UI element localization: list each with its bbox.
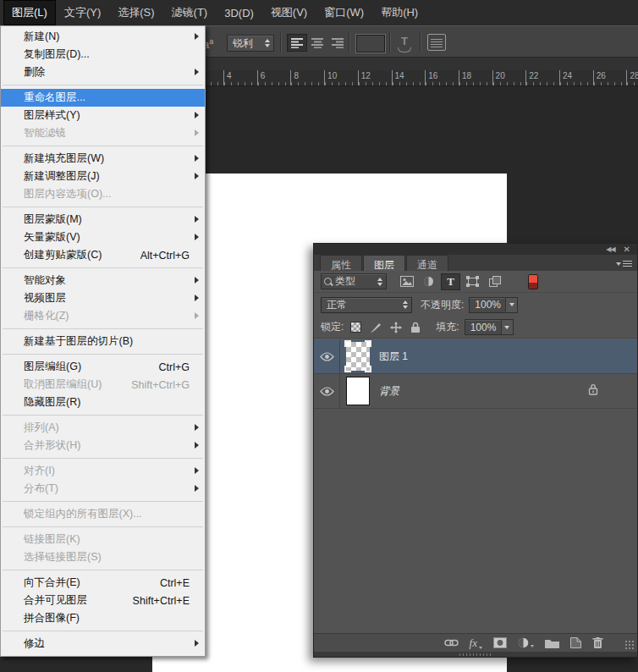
menu-item-label: 智能滤镜 — [24, 126, 66, 140]
text-color-swatch[interactable] — [356, 35, 385, 52]
submenu-arrow-icon — [195, 112, 199, 118]
menubar-item-3[interactable]: 滤镜(T) — [163, 0, 217, 25]
layer-menu-item-22[interactable]: 图层编组(G)Ctrl+G — [1, 358, 205, 376]
filter-type-select[interactable]: 类型 — [321, 273, 387, 289]
align-center-button[interactable] — [307, 34, 327, 52]
ruler-label: 6 — [261, 71, 266, 80]
layer-menu-item-29[interactable]: 对齐(I) — [1, 462, 205, 480]
layer-menu-item-8[interactable]: 新建填充图层(W) — [1, 150, 205, 168]
menubar-item-1[interactable]: 文字(Y) — [56, 0, 109, 25]
fill-select[interactable]: 100% — [465, 319, 514, 335]
panel-tab-2[interactable]: 通道 — [406, 255, 448, 271]
layer-menu-item-16[interactable]: 智能对象 — [1, 272, 205, 289]
layer-menu-item-37[interactable]: 向下合并(E)Ctrl+E — [1, 574, 205, 592]
layer-menu-item-27[interactable]: 合并形状(H) — [1, 437, 205, 454]
anti-alias-select[interactable]: 锐利 — [227, 35, 274, 52]
lock-transparency-icon[interactable] — [350, 322, 361, 333]
blend-mode-select[interactable]: 正常 — [321, 297, 412, 313]
layer-menu-item-9[interactable]: 新建调整图层(J) — [1, 168, 205, 185]
panel-tab-0[interactable]: 属性 — [320, 255, 362, 271]
character-panel-icon[interactable] — [427, 34, 446, 51]
menubar-item-2[interactable]: 选择(S) — [109, 0, 162, 25]
warp-text-icon[interactable]: T — [396, 35, 413, 51]
menubar-item-4[interactable]: 3D(D) — [216, 2, 262, 25]
layer-menu-item-35[interactable]: 选择链接图层(S) — [1, 548, 205, 566]
layer-menu-item-23[interactable]: 取消图层编组(U)Shift+Ctrl+G — [1, 376, 205, 394]
menu-item-label: 拼合图像(F) — [24, 611, 80, 625]
layer-row-0[interactable]: 图层 1 — [314, 339, 637, 374]
ruler-label: 10 — [327, 71, 337, 80]
pixel-layer-filter-icon[interactable] — [397, 273, 416, 290]
layer-menu-item-12[interactable]: 图层蒙版(M) — [1, 211, 205, 229]
close-icon[interactable]: ✕ — [624, 246, 630, 253]
panel-resize-grip[interactable] — [624, 640, 635, 650]
layer-menu-item-2[interactable]: 删除 — [1, 63, 205, 81]
blend-mode-row: 正常 不透明度: 100% — [314, 293, 637, 317]
layer-name[interactable]: 背景 — [379, 384, 399, 399]
lock-paint-icon[interactable] — [370, 322, 382, 333]
delete-layer-icon[interactable] — [592, 637, 603, 648]
filter-switch-icon[interactable] — [528, 274, 538, 289]
smart-object-filter-icon[interactable] — [485, 273, 504, 290]
layer-menu-item-0[interactable]: 新建(N) — [1, 28, 205, 46]
menu-item-label: 智能对象 — [24, 273, 66, 288]
lock-all-icon[interactable] — [410, 322, 421, 333]
layer-menu-item-1[interactable]: 复制图层(D)... — [1, 46, 205, 63]
spinner-icon[interactable] — [261, 39, 273, 47]
layer-menu-item-18[interactable]: 栅格化(Z) — [1, 307, 205, 325]
collapse-to-icons-icon[interactable]: ◀◀ — [606, 246, 614, 253]
visibility-toggle[interactable] — [314, 374, 340, 408]
panel-tab-1[interactable]: 图层 — [363, 255, 405, 271]
layer-menu-item-41[interactable]: 修边 — [1, 635, 205, 653]
menubar-item-7[interactable]: 帮助(H) — [372, 0, 426, 25]
submenu-arrow-icon — [195, 173, 199, 179]
thumbnail-corner — [344, 340, 351, 347]
panel-menu-icon[interactable] — [616, 259, 632, 268]
layer-thumbnail[interactable] — [346, 342, 370, 371]
new-layer-icon[interactable] — [570, 637, 581, 648]
menubar-item-0[interactable]: 图层(L) — [3, 0, 56, 25]
layer-menu-item-24[interactable]: 隐藏图层(R) — [1, 394, 205, 411]
shape-layer-filter-icon[interactable] — [463, 273, 482, 290]
new-group-icon[interactable] — [545, 638, 559, 648]
layer-menu-item-39[interactable]: 拼合图像(F) — [1, 609, 205, 627]
align-right-button[interactable] — [327, 34, 348, 52]
layer-menu-item-13[interactable]: 矢量蒙版(V) — [1, 229, 205, 246]
layer-menu-item-32[interactable]: 锁定组内的所有图层(X)... — [1, 505, 205, 523]
layer-menu-item-26[interactable]: 排列(A) — [1, 419, 205, 437]
layer-menu-item-4[interactable]: 重命名图层... — [1, 89, 205, 107]
layer-style-icon[interactable]: fx — [470, 636, 482, 650]
layer-thumbnail[interactable] — [346, 377, 370, 405]
layer-menu-item-30[interactable]: 分布(T) — [1, 480, 205, 498]
layer-menu-item-34[interactable]: 链接图层(K) — [1, 531, 205, 548]
spinner-icon[interactable] — [374, 278, 386, 286]
layer-menu-item-6[interactable]: 智能滤镜 — [1, 124, 205, 142]
menu-item-label: 锁定组内的所有图层(X)... — [24, 507, 142, 521]
dropdown-arrow-icon[interactable] — [505, 298, 517, 312]
layer-menu-item-17[interactable]: 视频图层 — [1, 289, 205, 307]
visibility-toggle[interactable] — [314, 339, 340, 373]
layer-row-1[interactable]: 背景 — [314, 374, 637, 409]
dropdown-arrow-icon[interactable] — [501, 320, 513, 334]
type-layer-filter-icon[interactable]: T — [441, 273, 460, 290]
menubar-item-5[interactable]: 视图(V) — [262, 0, 316, 25]
new-adjustment-layer-icon[interactable] — [518, 637, 534, 648]
submenu-arrow-icon — [195, 234, 199, 240]
layer-menu-item-20[interactable]: 新建基于图层的切片(B) — [1, 333, 205, 350]
align-left-button[interactable] — [287, 34, 307, 52]
layer-menu-item-38[interactable]: 合并可见图层Shift+Ctrl+E — [1, 592, 205, 609]
spinner-icon[interactable] — [399, 300, 411, 309]
menu-separator — [3, 354, 203, 355]
panel-drag-handle[interactable] — [314, 652, 637, 657]
layer-menu-item-10[interactable]: 图层内容选项(O)... — [1, 185, 205, 203]
lock-position-icon[interactable] — [390, 322, 402, 333]
layer-name[interactable]: 图层 1 — [379, 350, 408, 364]
link-layers-icon[interactable] — [444, 639, 459, 647]
opacity-select[interactable]: 100% — [469, 297, 518, 313]
menu-item-label: 分布(T) — [24, 482, 58, 496]
adjustment-layer-filter-icon[interactable] — [419, 273, 438, 290]
add-mask-icon[interactable] — [493, 637, 507, 648]
menubar-item-6[interactable]: 窗口(W) — [316, 0, 372, 25]
layer-menu-item-14[interactable]: 创建剪贴蒙版(C)Alt+Ctrl+G — [1, 246, 205, 264]
layer-menu-item-5[interactable]: 图层样式(Y) — [1, 107, 205, 124]
